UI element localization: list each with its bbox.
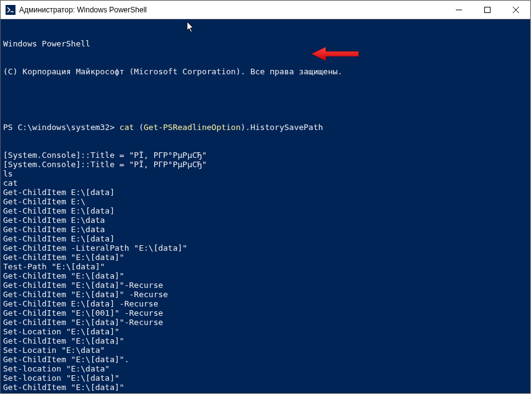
output-line: Set-Locatin "E:\data" [3,345,528,355]
svg-rect-3 [485,7,491,12]
output-line: [System.Console]::Title = "РЇ, РГР°РµРµС… [3,160,528,169]
red-arrow-annotation [310,45,360,64]
output-line: Get-ChildItem E:\[data] [3,234,528,243]
prompt-text: PS C:\windows\system32> [3,123,120,132]
cursor-icon [186,21,196,33]
output-line: Get-ChildItem "E:\[data]"-Recurse [3,318,528,327]
blank-line [3,95,528,104]
cmd-prop: .HistorySavePath [245,123,323,132]
output-line: Get-ChildItem "E:\[0]" [3,392,528,393]
output-line: Get-ChildItem E:\data [3,215,528,225]
output-line: Get-ChildItem "E:\[data]" [3,336,528,345]
titlebar[interactable]: Администратор: Windows PowerShell [1,1,530,19]
window-title: Администратор: Windows PowerShell [19,1,445,19]
output-line: Set-location "E:\data" [3,364,528,373]
cmd-cat: cat [120,123,134,132]
minimize-button[interactable] [445,1,473,19]
output-line: Get-ChildItem E:\ [3,197,528,206]
titlebar-buttons [445,1,530,19]
output-line: Get-ChildItem E:\[data] -Recurse [3,299,528,308]
output-line: Get-ChildItem -LiteralPath "E:\[data]" [3,243,528,253]
banner-line: (C) Корпорация Майкрософт (Microsoft Cor… [3,67,528,76]
output-line: Get-ChildItem "E:\[data]". [3,355,528,364]
output-line: ls [3,169,528,178]
paren-open: ( [134,123,144,132]
cmd-option: Get-PSReadlineOption [144,123,241,132]
output-line: Set-Location "E:\[data]" [3,327,528,336]
terminal-output: [System.Console]::Title = "РЇ, РГР°РµРµС… [3,150,528,393]
output-line: Get-ChildItem "E:\[data]" [3,253,528,262]
output-line: [System.Console]::Title = "РЇ, РГР°РµРµС… [3,150,528,160]
prompt-line: PS C:\windows\system32> cat (Get-PSReadl… [3,123,528,132]
output-line: Test-Path "E:\[data]" [3,262,528,271]
banner-line: Windows PowerShell [3,39,528,48]
output-line: Get-ChildItem "E:\[data]" [3,271,528,280]
output-line: Get-ChildItem E:\[data] [3,206,528,215]
output-line: Get-ChildItem "E:\[001]" -Recurse [3,308,528,318]
powershell-window: Администратор: Windows PowerShell Window… [0,0,531,394]
output-line: Get-ChildItem E:\[data] [3,188,528,197]
output-line: Set-location "E:\[data]" [3,373,528,383]
output-line: Get-ChildItem "E:\[data]"-Recurse [3,280,528,290]
output-line: Get-ChildItem "E:\[data]" -Recurse [3,290,528,299]
terminal-area[interactable]: Windows PowerShell (C) Корпорация Майкро… [1,19,530,393]
output-line: cat [3,178,528,188]
close-button[interactable] [502,1,530,19]
maximize-button[interactable] [473,1,502,19]
output-line: Get-ChildItem "E:\[data]" [3,383,528,392]
powershell-icon [6,5,15,15]
output-line: Get-ChildItem E:\data [3,225,528,234]
